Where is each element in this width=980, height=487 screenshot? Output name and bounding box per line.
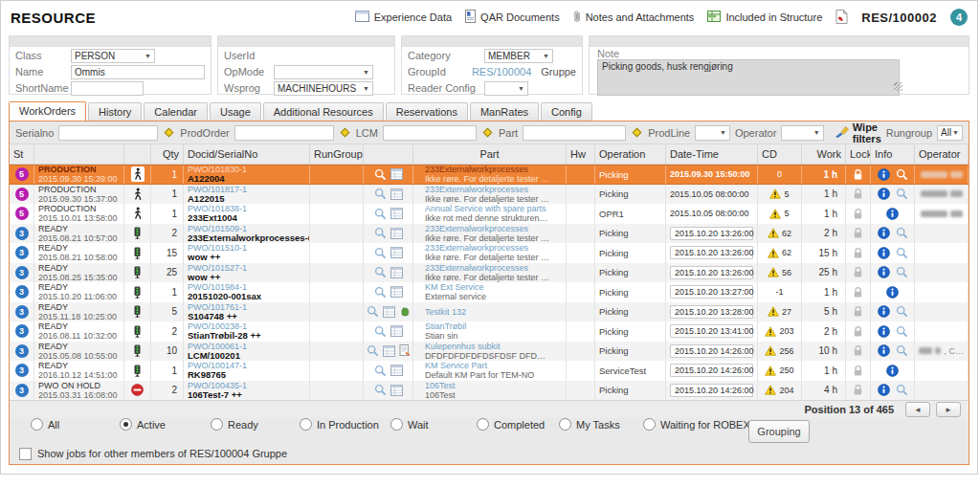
part-filter-input[interactable]	[523, 125, 626, 141]
class-select[interactable]: PERSON▼	[71, 49, 155, 63]
lock-icon[interactable]	[853, 247, 863, 259]
part-link[interactable]: Kulepennhus subkit	[425, 342, 562, 351]
category-select[interactable]: MEMBER▼	[484, 49, 553, 63]
search-icon[interactable]	[374, 384, 387, 396]
col-hw[interactable]: Hw	[567, 144, 595, 164]
col-operation[interactable]: Operation	[595, 144, 666, 164]
note-field[interactable]: Picking goods, husk rengjøring	[597, 59, 900, 96]
datetime-cell[interactable]: 2015.10.20 13:27:00	[666, 282, 758, 302]
part-link[interactable]: 106Test	[425, 381, 562, 390]
table-row[interactable]: 5PRODUCTION2015.09.30 15:39:001PWO/10183…	[10, 165, 969, 185]
table-row[interactable]: 5PRODUCTION2015.09.30 15:37:001PWO/10181…	[10, 185, 969, 205]
search-icon[interactable]	[367, 305, 379, 318]
details-icon[interactable]	[390, 208, 403, 219]
details-icon[interactable]	[383, 345, 395, 357]
search-icon[interactable]	[896, 384, 908, 396]
col-lock[interactable]: Lock	[846, 144, 871, 164]
radio-active[interactable]: Active	[120, 418, 166, 431]
search-icon[interactable]	[374, 188, 387, 200]
datetime-cell[interactable]: 2015.10.20 13:26:00	[666, 224, 758, 244]
col-st[interactable]: St	[10, 144, 34, 164]
col-stateicon[interactable]	[124, 144, 151, 164]
datetime-cell[interactable]: 2015.10.20 13:26:00	[666, 243, 758, 263]
info-icon[interactable]	[878, 344, 890, 357]
resize-handle[interactable]	[894, 82, 902, 91]
serialno-filter-input[interactable]	[58, 125, 158, 141]
lock-icon[interactable]	[853, 286, 863, 299]
part-link[interactable]: Testkit 132	[425, 307, 562, 317]
col-work[interactable]: Work	[802, 144, 846, 164]
prodorder-filter-input[interactable]	[234, 125, 334, 141]
datetime-cell[interactable]: 2015.10.20 13:26:00	[666, 263, 758, 283]
info-icon[interactable]	[878, 305, 890, 318]
search-icon[interactable]	[896, 266, 908, 278]
info-icon[interactable]	[886, 286, 899, 299]
diamond-go-icon[interactable]	[165, 128, 174, 138]
part-link[interactable]: StianTrøbil	[425, 321, 562, 331]
tab-calendar[interactable]: Calendar	[144, 102, 208, 121]
readerconfig-select[interactable]: ▼	[484, 81, 528, 96]
wipe-filters-button[interactable]: Wipe filters	[835, 122, 881, 144]
table-row[interactable]: 3READY2016.08.11 10:32:002PWO/100238-1St…	[10, 321, 969, 342]
part-link[interactable]: 233Externalworkprocesses	[425, 243, 562, 253]
name-field[interactable]	[71, 65, 205, 79]
part-link[interactable]: 233Externalworkprocesses	[425, 185, 562, 194]
table-row[interactable]: 5PRODUCTION2015.10.01 13:58:001PWO/10183…	[10, 204, 969, 224]
tab-history[interactable]: History	[88, 102, 142, 121]
radio-all[interactable]: All	[31, 418, 59, 431]
info-icon[interactable]	[886, 365, 899, 377]
details-icon[interactable]	[390, 385, 403, 396]
lock-icon[interactable]	[853, 227, 863, 239]
next-page-button[interactable]: ►	[936, 402, 961, 417]
lock-icon[interactable]	[853, 365, 863, 377]
lock-icon[interactable]	[853, 188, 863, 200]
diamond-go-icon[interactable]	[483, 128, 493, 138]
info-icon[interactable]	[878, 384, 890, 396]
datetime-cell[interactable]: 2015.10.20 14:26:00	[666, 361, 758, 381]
tab-config[interactable]: Config	[541, 102, 592, 121]
part-link[interactable]: 233Externalworkprocesses	[425, 224, 562, 233]
search-icon[interactable]	[367, 344, 379, 357]
operator-select[interactable]: ▼	[781, 125, 823, 141]
datetime-cell[interactable]: 2015.10.20 14:26:00	[666, 381, 758, 401]
grouping-button[interactable]: Grouping	[748, 420, 810, 443]
search-icon[interactable]	[374, 247, 387, 259]
radio-wait[interactable]: Wait	[390, 418, 429, 431]
radio-ready[interactable]: Ready	[211, 418, 258, 431]
lock-icon[interactable]	[853, 384, 863, 396]
search-icon[interactable]	[374, 227, 387, 239]
datetime-cell[interactable]: 2015.10.20 14:26:00	[666, 342, 758, 362]
details-icon[interactable]	[390, 325, 403, 337]
wsprog-select[interactable]: MACHINEHOURS▼	[274, 81, 373, 96]
table-row[interactable]: 3READY2015.11.18 10:25:005PWO/101761-1S1…	[10, 302, 969, 322]
included-in-structure-button[interactable]: Included in Structure	[707, 11, 822, 24]
info-icon[interactable]	[878, 325, 890, 338]
table-row[interactable]: 3READY2015.08.21 10:57:002PWO/101509-123…	[10, 224, 969, 244]
lock-icon[interactable]	[853, 325, 863, 338]
details-icon[interactable]	[390, 188, 403, 200]
diamond-go-icon[interactable]	[633, 128, 642, 138]
col-cd[interactable]: CD	[758, 144, 802, 164]
search-icon[interactable]	[896, 305, 908, 318]
prev-page-button[interactable]: ◄	[905, 402, 930, 417]
search-icon[interactable]	[374, 325, 387, 338]
qar-documents-button[interactable]: QAR Documents	[465, 10, 560, 25]
show-jobs-checkbox[interactable]	[19, 448, 32, 460]
lcm-filter-input[interactable]	[383, 125, 477, 141]
part-link[interactable]: 233Externalworkprocesses	[425, 166, 562, 174]
note-icon[interactable]	[399, 344, 411, 357]
table-row[interactable]: 3READY2016.10.12 14:51:001PWO/100147-1RK…	[10, 361, 969, 381]
info-icon[interactable]	[878, 188, 890, 200]
radio-waiting-for-robex[interactable]: Waiting for ROBEX	[643, 418, 750, 431]
tab-workorders[interactable]: WorkOrders	[9, 101, 86, 121]
col-operator[interactable]: Operator	[915, 144, 969, 164]
radio-completed[interactable]: Completed	[477, 418, 545, 431]
tab-manrates[interactable]: ManRates	[470, 102, 539, 121]
opmode-select[interactable]: ▼	[274, 65, 373, 79]
prodline-select[interactable]: ▼	[695, 125, 730, 141]
tab-additional-resources[interactable]: Additional Resources	[263, 102, 384, 121]
part-link[interactable]: KM Service Part	[425, 361, 562, 370]
table-row[interactable]: 3PWO ON HOLD2015.03.31 16:08:002PWO/1004…	[10, 381, 969, 401]
radio-in-production[interactable]: In Production	[300, 418, 379, 431]
datetime-cell[interactable]: 2015.10.20 13:41:00	[666, 321, 758, 342]
